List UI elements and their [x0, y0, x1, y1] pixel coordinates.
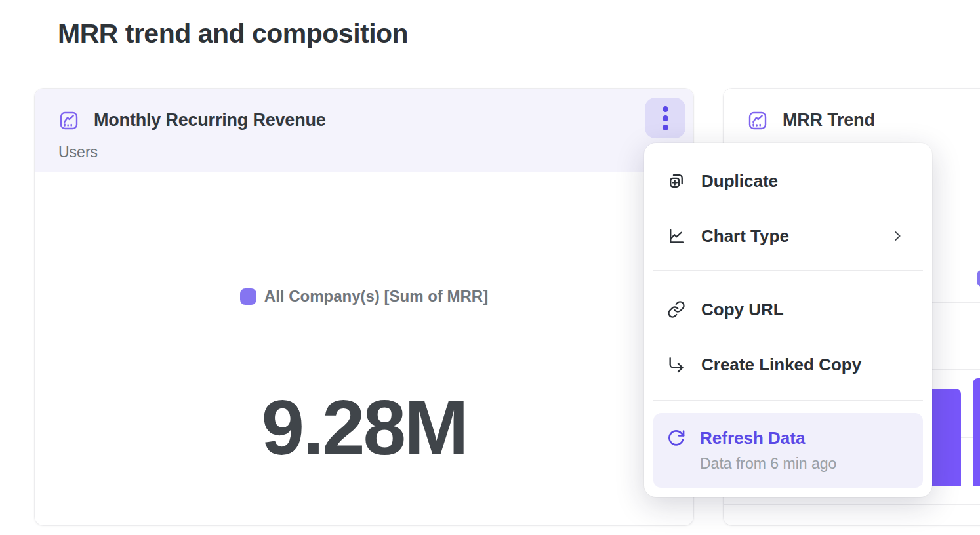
menu-divider: [653, 400, 923, 401]
gridline: [724, 504, 980, 505]
menu-item-label: Copy URL: [701, 300, 784, 320]
kpi-legend: All Company(s) [Sum of MRR]: [35, 287, 693, 306]
menu-item-create-linked-copy[interactable]: Create Linked Copy: [644, 337, 932, 392]
mrr-card-body: All Company(s) [Sum of MRR] 9.28M: [35, 172, 693, 525]
legend-swatch: [240, 288, 256, 305]
mrr-kpi-card: Monthly Recurring Revenue Users All Comp…: [34, 88, 694, 526]
card-options-button[interactable]: [645, 98, 685, 138]
menu-item-copy-url[interactable]: Copy URL: [644, 282, 932, 337]
duplicate-icon: [667, 172, 685, 190]
mrr-card-header: Monthly Recurring Revenue Users: [35, 89, 693, 172]
trend-card-title: MRR Trend: [783, 110, 875, 130]
chevron-right-icon: [890, 229, 905, 243]
kebab-menu-icon: [663, 106, 668, 130]
bar-january: [973, 378, 980, 486]
mrr-card-title: Monthly Recurring Revenue: [94, 110, 326, 130]
combo-chart-icon: [747, 110, 768, 131]
legend-label: All Company(s) [Sum of MRR]: [264, 287, 488, 306]
dashboard-page: MRR trend and composition Monthly Recurr…: [0, 0, 980, 535]
mrr-card-subtitle: Users: [58, 144, 98, 161]
link-icon: [667, 300, 685, 319]
menu-item-refresh-data[interactable]: Refresh Data Data from 6 min ago: [653, 413, 923, 488]
corner-down-right-icon: [667, 355, 685, 374]
menu-item-label: Chart Type: [701, 226, 789, 247]
menu-item-label: Refresh Data: [700, 428, 805, 448]
page-title: MRR trend and composition: [58, 18, 408, 49]
menu-item-duplicate[interactable]: Duplicate: [644, 153, 932, 208]
trend-legend-swatch: [977, 270, 980, 287]
kpi-value: 9.28M: [35, 389, 693, 466]
refresh-icon: [667, 429, 685, 447]
chart-type-icon: [667, 227, 685, 245]
refresh-timestamp: Data from 6 min ago: [700, 455, 836, 473]
menu-divider: [653, 270, 923, 271]
menu-item-label: Create Linked Copy: [701, 355, 861, 375]
menu-item-chart-type[interactable]: Chart Type: [644, 208, 932, 264]
card-context-menu: Duplicate Chart Type Copy URL: [644, 143, 932, 497]
menu-item-label: Duplicate: [701, 171, 778, 191]
combo-chart-icon: [58, 110, 79, 131]
